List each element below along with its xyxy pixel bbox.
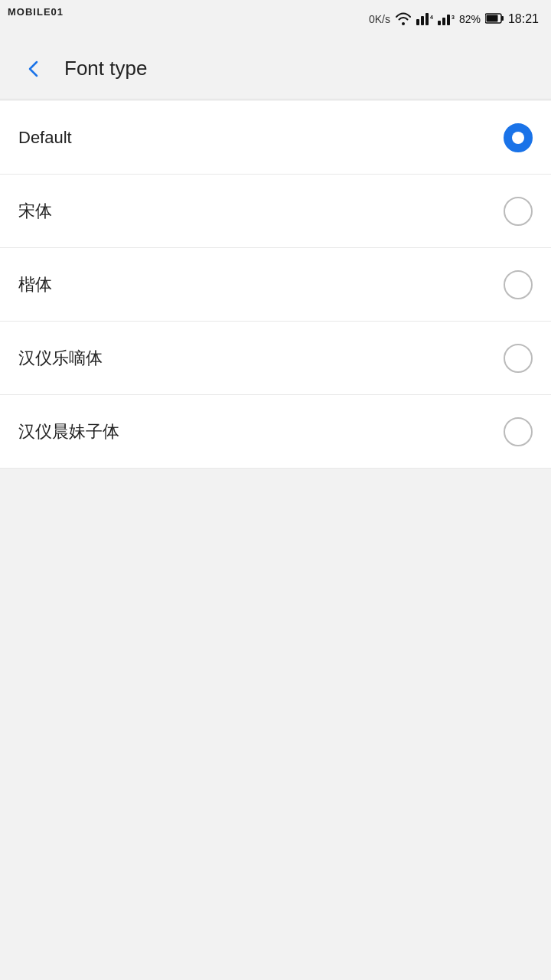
font-option-hanyi-meimei[interactable]: 汉仪晨妹子体 xyxy=(0,395,551,469)
app-label: MOBILE01 xyxy=(8,6,64,18)
svg-rect-5 xyxy=(442,18,445,25)
svg-text:4G: 4G xyxy=(430,15,433,20)
font-option-label-hanyi-leti: 汉仪乐嘀体 xyxy=(18,347,103,370)
page-title: Font type xyxy=(64,57,147,80)
svg-rect-1 xyxy=(421,16,424,25)
svg-rect-9 xyxy=(501,16,504,21)
font-radio-default[interactable] xyxy=(504,123,533,152)
font-option-default[interactable]: Default xyxy=(0,101,551,175)
font-radio-hanyi-leti[interactable] xyxy=(504,344,533,373)
svg-text:3G: 3G xyxy=(452,15,455,20)
status-bar: MOBILE01 0K/s 4G 3G xyxy=(0,0,551,38)
battery-icon xyxy=(485,13,504,26)
font-option-label-songti: 宋体 xyxy=(18,200,52,223)
svg-rect-2 xyxy=(425,13,429,25)
font-list: Default宋体楷体汉仪乐嘀体汉仪晨妹子体 xyxy=(0,101,551,469)
font-option-label-kaiti: 楷体 xyxy=(18,273,52,296)
svg-rect-10 xyxy=(486,15,497,21)
app-bar: Font type xyxy=(0,38,551,100)
back-button[interactable] xyxy=(15,51,52,87)
battery-level: 82% xyxy=(459,13,481,25)
4g-signal-icon: 4G xyxy=(416,11,433,28)
clock: 18:21 xyxy=(508,12,539,26)
font-option-label-hanyi-meimei: 汉仪晨妹子体 xyxy=(18,420,119,443)
font-radio-kaiti[interactable] xyxy=(504,270,533,299)
font-option-hanyi-leti[interactable]: 汉仪乐嘀体 xyxy=(0,322,551,395)
font-radio-hanyi-meimei[interactable] xyxy=(504,417,533,446)
svg-rect-4 xyxy=(438,21,441,25)
font-option-kaiti[interactable]: 楷体 xyxy=(0,248,551,322)
wifi-icon xyxy=(395,11,412,28)
svg-rect-6 xyxy=(447,15,450,25)
3g-signal-icon: 3G xyxy=(438,11,455,28)
font-radio-songti[interactable] xyxy=(504,197,533,226)
svg-rect-0 xyxy=(416,19,419,25)
font-option-label-default: Default xyxy=(18,128,72,148)
network-speed: 0K/s xyxy=(369,13,390,25)
font-option-songti[interactable]: 宋体 xyxy=(0,175,551,248)
